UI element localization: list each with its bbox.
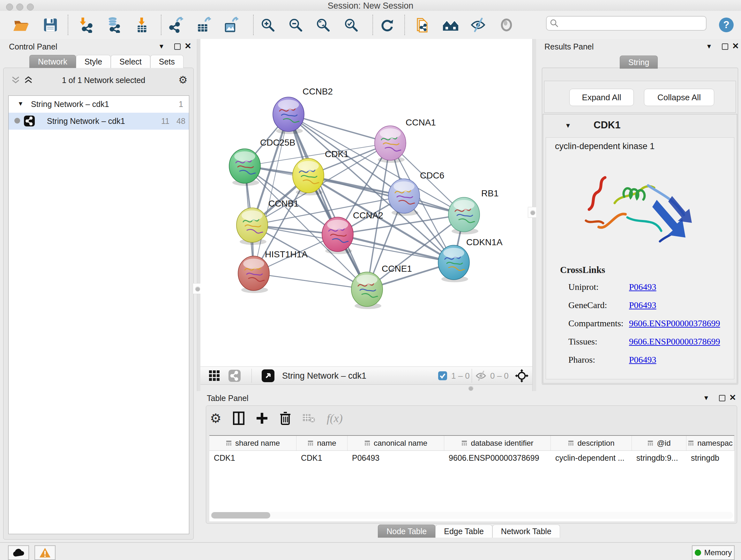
column-header-database-identifier[interactable]: database identifier <box>444 436 551 450</box>
column-icon <box>364 440 370 446</box>
table-cell[interactable]: CDK1 <box>209 451 296 465</box>
results-panel-float-icon[interactable]: ▼ <box>706 43 712 50</box>
string-view-button[interactable] <box>228 369 241 382</box>
hide-panel-button[interactable] <box>469 16 487 34</box>
crosslink-link[interactable]: P06493 <box>629 300 657 310</box>
column-header-namespac[interactable]: namespac <box>686 436 734 450</box>
add-column-icon[interactable] <box>256 412 268 424</box>
control-panel-close-icon[interactable]: ✕ <box>185 43 192 49</box>
help-button[interactable]: ? <box>718 16 735 34</box>
cloud-status-button[interactable] <box>8 545 29 560</box>
network-node-hist1h1a[interactable]: HIST1H1A <box>238 249 308 293</box>
column-icon <box>461 440 468 446</box>
network-node-cdc6[interactable]: CDC6 <box>388 171 444 216</box>
entry-collapse-caret-icon[interactable]: ▼ <box>565 122 571 129</box>
control-panel-float-icon[interactable]: ▼ <box>158 43 165 50</box>
results-panel-close-icon[interactable]: ✕ <box>732 43 739 49</box>
table-row[interactable]: CDK1CDK1P064939606.ENSP00000378699cyclin… <box>209 451 734 465</box>
selected-checkbox-icon[interactable] <box>438 371 448 381</box>
column-header-shared-name[interactable]: shared name <box>209 436 296 450</box>
column-header-name[interactable]: name <box>296 436 347 450</box>
network-node-ccne1[interactable]: CCNE1 <box>351 264 412 309</box>
crosslink-link[interactable]: P06493 <box>629 282 657 292</box>
network-edge[interactable] <box>308 176 464 214</box>
tab-select[interactable]: Select <box>111 55 150 68</box>
tab-style[interactable]: Style <box>76 55 111 68</box>
network-node-ccnb1[interactable]: CCNB1 <box>237 199 299 245</box>
search-input[interactable] <box>559 18 706 28</box>
table-cell[interactable]: stringdb:9... <box>632 451 686 465</box>
export-image-button[interactable] <box>222 16 240 34</box>
zoom-out-button[interactable] <box>286 16 305 34</box>
tab-network-table[interactable]: Network Table <box>492 524 560 538</box>
table-panel-close-icon[interactable]: ✕ <box>729 394 736 401</box>
tab-string[interactable]: String <box>620 56 658 69</box>
home-layout-button[interactable] <box>442 16 460 34</box>
table-options-gear-icon[interactable]: ⚙ <box>210 411 221 426</box>
network-node-ccna1[interactable]: CCNA1 <box>375 118 436 163</box>
table-cell[interactable]: 9606.ENSP00000378699 <box>444 451 551 465</box>
open-session-button[interactable] <box>12 16 30 34</box>
delete-column-icon[interactable] <box>280 412 291 425</box>
collection-caret-icon[interactable]: ▼ <box>17 100 23 107</box>
grid-view-button[interactable] <box>209 369 220 382</box>
column-header-description[interactable]: description <box>551 436 632 450</box>
memory-button[interactable]: Memory <box>692 545 735 560</box>
tab-node-table[interactable]: Node Table <box>378 524 435 538</box>
network-graph[interactable]: CCNB2CCNA1CDC25BCDK1CDC6RB1CCNB1CCNA2CDK… <box>200 39 532 367</box>
table-panel-float-icon[interactable]: ▼ <box>703 394 710 401</box>
network-options-gear-icon[interactable]: ⚙ <box>179 74 188 86</box>
zoom-in-button[interactable] <box>259 16 277 34</box>
network-node-rb1[interactable]: RB1 <box>448 188 498 234</box>
network-canvas[interactable]: CCNB2CCNA1CDC25BCDK1CDC6RB1CCNB1CCNA2CDK… <box>200 39 532 367</box>
tab-network[interactable]: Network <box>29 55 76 68</box>
control-panel-maximize-icon[interactable] <box>174 44 181 50</box>
table-cell[interactable]: P06493 <box>347 451 444 465</box>
show-panel-button[interactable] <box>497 16 515 34</box>
crosslink-link[interactable]: 9606.ENSP00000378699 <box>629 318 720 328</box>
network-edge[interactable] <box>288 114 367 289</box>
expand-all-button[interactable]: Expand All <box>569 89 634 106</box>
gene-details: cyclin-dependent kinase 1 <box>546 137 734 379</box>
network-row-selected[interactable]: String Network – cdk1 11 48 <box>9 113 189 130</box>
column-header--id[interactable]: @id <box>632 436 686 450</box>
collapse-all-button[interactable]: Collapse All <box>644 89 714 106</box>
crosslink-link[interactable]: P06493 <box>629 355 657 365</box>
show-columns-icon[interactable] <box>233 412 245 425</box>
export-table-button[interactable] <box>194 16 212 34</box>
export-network-button[interactable] <box>166 16 185 34</box>
column-header-canonical-name[interactable]: canonical name <box>347 436 444 450</box>
zoom-fit-icon <box>315 17 331 33</box>
table-horizontal-scrollbar[interactable] <box>211 512 733 519</box>
table-panel-maximize-icon[interactable] <box>719 395 725 401</box>
network-collection-row[interactable]: ▼ String Network – cdk1 1 <box>9 96 189 113</box>
refresh-button[interactable] <box>378 16 396 34</box>
table-cell[interactable]: stringdb <box>686 451 734 465</box>
table-cell[interactable]: CDK1 <box>296 451 347 465</box>
memory-status-icon <box>695 550 701 556</box>
fit-selected-button[interactable] <box>515 369 529 382</box>
tab-edge-table[interactable]: Edge Table <box>435 524 492 538</box>
import-from-file-share-button[interactable] <box>414 16 431 34</box>
network-edge[interactable] <box>254 273 367 289</box>
zoom-selected-button[interactable] <box>342 16 360 34</box>
open-in-window-button[interactable] <box>262 369 274 382</box>
node-label: CDK1 <box>325 149 349 159</box>
table-panel-tabs: Node TableEdge TableNetwork Table <box>197 524 741 538</box>
column-icon <box>568 440 574 446</box>
import-network-from-database-button[interactable] <box>105 16 122 34</box>
horizontal-splitter-grip[interactable] <box>468 386 473 390</box>
import-table-file-button[interactable] <box>133 16 151 34</box>
scrollbar-thumb[interactable] <box>211 512 270 518</box>
table-cell[interactable]: cyclin-dependent ... <box>551 451 632 465</box>
warnings-button[interactable] <box>35 545 56 560</box>
expand-all-networks-icon[interactable] <box>24 76 33 84</box>
crosslink-link[interactable]: 9606.ENSP00000378699 <box>629 336 720 347</box>
tab-sets[interactable]: Sets <box>150 55 184 68</box>
zoom-fit-button[interactable] <box>314 16 332 34</box>
network-node-cdkn1a[interactable]: CDKN1A <box>438 237 502 282</box>
collapse-all-networks-icon[interactable] <box>11 76 20 84</box>
import-network-file-button[interactable] <box>77 16 95 34</box>
save-session-button[interactable] <box>42 16 59 34</box>
results-panel-maximize-icon[interactable] <box>722 44 728 50</box>
